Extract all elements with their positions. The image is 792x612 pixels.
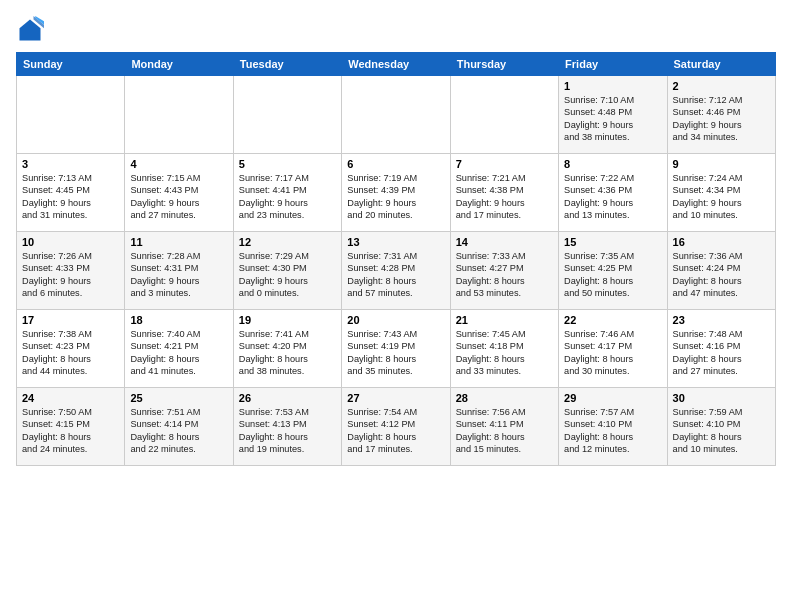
calendar-cell: 29Sunrise: 7:57 AM Sunset: 4:10 PM Dayli…	[559, 388, 667, 466]
day-info: Sunrise: 7:38 AM Sunset: 4:23 PM Dayligh…	[22, 328, 119, 378]
logo	[16, 16, 48, 44]
day-number: 28	[456, 392, 553, 404]
calendar-cell: 7Sunrise: 7:21 AM Sunset: 4:38 PM Daylig…	[450, 154, 558, 232]
day-number: 3	[22, 158, 119, 170]
day-info: Sunrise: 7:17 AM Sunset: 4:41 PM Dayligh…	[239, 172, 336, 222]
day-number: 2	[673, 80, 770, 92]
calendar-cell: 25Sunrise: 7:51 AM Sunset: 4:14 PM Dayli…	[125, 388, 233, 466]
calendar-cell: 22Sunrise: 7:46 AM Sunset: 4:17 PM Dayli…	[559, 310, 667, 388]
day-number: 15	[564, 236, 661, 248]
calendar-cell: 1Sunrise: 7:10 AM Sunset: 4:48 PM Daylig…	[559, 76, 667, 154]
calendar-cell: 5Sunrise: 7:17 AM Sunset: 4:41 PM Daylig…	[233, 154, 341, 232]
calendar-cell: 4Sunrise: 7:15 AM Sunset: 4:43 PM Daylig…	[125, 154, 233, 232]
day-info: Sunrise: 7:51 AM Sunset: 4:14 PM Dayligh…	[130, 406, 227, 456]
week-row-5: 24Sunrise: 7:50 AM Sunset: 4:15 PM Dayli…	[17, 388, 776, 466]
calendar-cell	[233, 76, 341, 154]
day-info: Sunrise: 7:13 AM Sunset: 4:45 PM Dayligh…	[22, 172, 119, 222]
day-number: 12	[239, 236, 336, 248]
day-info: Sunrise: 7:41 AM Sunset: 4:20 PM Dayligh…	[239, 328, 336, 378]
day-info: Sunrise: 7:36 AM Sunset: 4:24 PM Dayligh…	[673, 250, 770, 300]
day-number: 30	[673, 392, 770, 404]
day-info: Sunrise: 7:19 AM Sunset: 4:39 PM Dayligh…	[347, 172, 444, 222]
day-number: 17	[22, 314, 119, 326]
calendar-cell	[450, 76, 558, 154]
day-info: Sunrise: 7:10 AM Sunset: 4:48 PM Dayligh…	[564, 94, 661, 144]
day-number: 29	[564, 392, 661, 404]
day-number: 27	[347, 392, 444, 404]
day-number: 18	[130, 314, 227, 326]
day-info: Sunrise: 7:26 AM Sunset: 4:33 PM Dayligh…	[22, 250, 119, 300]
day-number: 19	[239, 314, 336, 326]
day-number: 6	[347, 158, 444, 170]
calendar-cell: 26Sunrise: 7:53 AM Sunset: 4:13 PM Dayli…	[233, 388, 341, 466]
day-number: 14	[456, 236, 553, 248]
weekday-monday: Monday	[125, 53, 233, 76]
day-number: 1	[564, 80, 661, 92]
calendar-cell: 6Sunrise: 7:19 AM Sunset: 4:39 PM Daylig…	[342, 154, 450, 232]
day-number: 23	[673, 314, 770, 326]
day-info: Sunrise: 7:59 AM Sunset: 4:10 PM Dayligh…	[673, 406, 770, 456]
day-info: Sunrise: 7:35 AM Sunset: 4:25 PM Dayligh…	[564, 250, 661, 300]
day-number: 8	[564, 158, 661, 170]
logo-icon	[16, 16, 44, 44]
calendar-cell: 24Sunrise: 7:50 AM Sunset: 4:15 PM Dayli…	[17, 388, 125, 466]
day-info: Sunrise: 7:31 AM Sunset: 4:28 PM Dayligh…	[347, 250, 444, 300]
day-info: Sunrise: 7:57 AM Sunset: 4:10 PM Dayligh…	[564, 406, 661, 456]
calendar-cell	[342, 76, 450, 154]
day-info: Sunrise: 7:21 AM Sunset: 4:38 PM Dayligh…	[456, 172, 553, 222]
calendar-table: SundayMondayTuesdayWednesdayThursdayFrid…	[16, 52, 776, 466]
day-info: Sunrise: 7:40 AM Sunset: 4:21 PM Dayligh…	[130, 328, 227, 378]
calendar-cell: 3Sunrise: 7:13 AM Sunset: 4:45 PM Daylig…	[17, 154, 125, 232]
weekday-friday: Friday	[559, 53, 667, 76]
header	[16, 16, 776, 44]
day-number: 10	[22, 236, 119, 248]
day-info: Sunrise: 7:29 AM Sunset: 4:30 PM Dayligh…	[239, 250, 336, 300]
calendar-cell: 10Sunrise: 7:26 AM Sunset: 4:33 PM Dayli…	[17, 232, 125, 310]
day-info: Sunrise: 7:15 AM Sunset: 4:43 PM Dayligh…	[130, 172, 227, 222]
calendar-cell: 30Sunrise: 7:59 AM Sunset: 4:10 PM Dayli…	[667, 388, 775, 466]
page: SundayMondayTuesdayWednesdayThursdayFrid…	[0, 0, 792, 612]
calendar-cell: 9Sunrise: 7:24 AM Sunset: 4:34 PM Daylig…	[667, 154, 775, 232]
day-number: 7	[456, 158, 553, 170]
calendar-cell: 11Sunrise: 7:28 AM Sunset: 4:31 PM Dayli…	[125, 232, 233, 310]
calendar-cell: 21Sunrise: 7:45 AM Sunset: 4:18 PM Dayli…	[450, 310, 558, 388]
day-number: 21	[456, 314, 553, 326]
calendar-cell: 28Sunrise: 7:56 AM Sunset: 4:11 PM Dayli…	[450, 388, 558, 466]
day-number: 22	[564, 314, 661, 326]
day-info: Sunrise: 7:54 AM Sunset: 4:12 PM Dayligh…	[347, 406, 444, 456]
calendar-cell: 19Sunrise: 7:41 AM Sunset: 4:20 PM Dayli…	[233, 310, 341, 388]
day-number: 4	[130, 158, 227, 170]
week-row-1: 1Sunrise: 7:10 AM Sunset: 4:48 PM Daylig…	[17, 76, 776, 154]
day-info: Sunrise: 7:45 AM Sunset: 4:18 PM Dayligh…	[456, 328, 553, 378]
calendar-cell	[125, 76, 233, 154]
calendar-cell: 23Sunrise: 7:48 AM Sunset: 4:16 PM Dayli…	[667, 310, 775, 388]
calendar-cell: 20Sunrise: 7:43 AM Sunset: 4:19 PM Dayli…	[342, 310, 450, 388]
day-info: Sunrise: 7:22 AM Sunset: 4:36 PM Dayligh…	[564, 172, 661, 222]
week-row-4: 17Sunrise: 7:38 AM Sunset: 4:23 PM Dayli…	[17, 310, 776, 388]
calendar-cell: 27Sunrise: 7:54 AM Sunset: 4:12 PM Dayli…	[342, 388, 450, 466]
day-number: 16	[673, 236, 770, 248]
day-number: 26	[239, 392, 336, 404]
day-info: Sunrise: 7:46 AM Sunset: 4:17 PM Dayligh…	[564, 328, 661, 378]
day-info: Sunrise: 7:53 AM Sunset: 4:13 PM Dayligh…	[239, 406, 336, 456]
calendar-cell: 8Sunrise: 7:22 AM Sunset: 4:36 PM Daylig…	[559, 154, 667, 232]
calendar-cell: 12Sunrise: 7:29 AM Sunset: 4:30 PM Dayli…	[233, 232, 341, 310]
day-info: Sunrise: 7:43 AM Sunset: 4:19 PM Dayligh…	[347, 328, 444, 378]
weekday-wednesday: Wednesday	[342, 53, 450, 76]
calendar-cell: 15Sunrise: 7:35 AM Sunset: 4:25 PM Dayli…	[559, 232, 667, 310]
calendar-cell: 13Sunrise: 7:31 AM Sunset: 4:28 PM Dayli…	[342, 232, 450, 310]
weekday-tuesday: Tuesday	[233, 53, 341, 76]
day-number: 13	[347, 236, 444, 248]
day-number: 11	[130, 236, 227, 248]
day-info: Sunrise: 7:24 AM Sunset: 4:34 PM Dayligh…	[673, 172, 770, 222]
calendar-cell: 16Sunrise: 7:36 AM Sunset: 4:24 PM Dayli…	[667, 232, 775, 310]
week-row-3: 10Sunrise: 7:26 AM Sunset: 4:33 PM Dayli…	[17, 232, 776, 310]
calendar-cell: 2Sunrise: 7:12 AM Sunset: 4:46 PM Daylig…	[667, 76, 775, 154]
day-number: 20	[347, 314, 444, 326]
day-number: 25	[130, 392, 227, 404]
calendar-cell	[17, 76, 125, 154]
weekday-thursday: Thursday	[450, 53, 558, 76]
week-row-2: 3Sunrise: 7:13 AM Sunset: 4:45 PM Daylig…	[17, 154, 776, 232]
calendar-cell: 17Sunrise: 7:38 AM Sunset: 4:23 PM Dayli…	[17, 310, 125, 388]
day-info: Sunrise: 7:48 AM Sunset: 4:16 PM Dayligh…	[673, 328, 770, 378]
